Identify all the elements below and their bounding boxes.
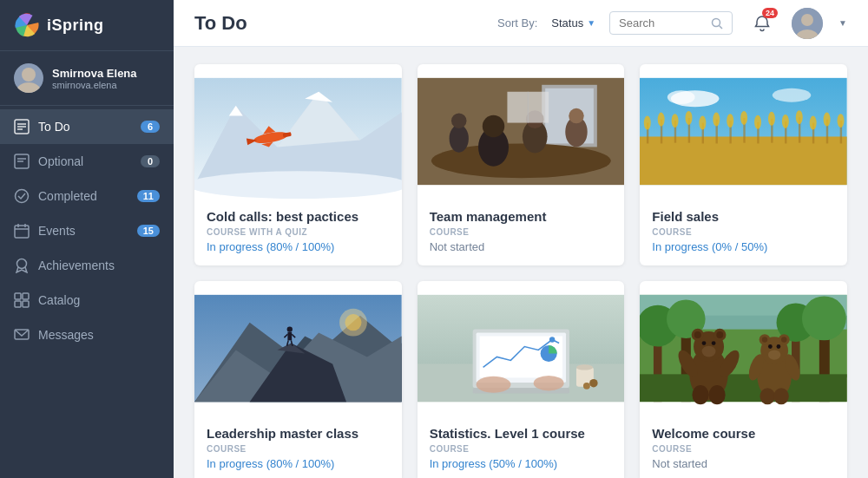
sidebar-item-achievements[interactable]: Achievements xyxy=(0,248,174,283)
card-leadership[interactable]: Leadership master class COURSE In progre… xyxy=(194,281,402,478)
catalog-icon xyxy=(14,292,30,308)
svg-point-47 xyxy=(451,113,467,128)
svg-point-143 xyxy=(781,337,786,342)
svg-point-132 xyxy=(702,341,707,345)
svg-point-20 xyxy=(713,18,720,26)
svg-point-78 xyxy=(754,115,761,129)
user-avatar-button[interactable] xyxy=(792,8,823,39)
notification-badge: 24 xyxy=(762,8,778,18)
svg-point-131 xyxy=(702,346,716,357)
avatar-chevron-icon[interactable]: ▼ xyxy=(838,18,847,28)
card-image-field xyxy=(640,64,847,199)
card-type: COURSE xyxy=(652,227,835,237)
sort-value-text: Status xyxy=(551,16,583,29)
svg-point-111 xyxy=(589,379,598,388)
card-body-stats: Statistics. Level 1 course COURSE In pro… xyxy=(418,416,625,478)
sidebar-item-todo[interactable]: To Do 6 xyxy=(0,109,174,144)
card-statistics[interactable]: Statistics. Level 1 course COURSE In pro… xyxy=(418,281,625,478)
optional-icon xyxy=(14,154,30,169)
svg-rect-16 xyxy=(23,293,29,299)
svg-point-129 xyxy=(694,331,701,338)
card-team-management[interactable]: Team management COURSE Not started xyxy=(418,64,625,265)
card-body-welcome: Welcome course COURSE Not started xyxy=(640,416,847,478)
card-title: Leadership master class xyxy=(207,426,390,441)
svg-rect-15 xyxy=(15,293,21,299)
card-image-leadership xyxy=(194,281,402,416)
svg-point-110 xyxy=(576,364,593,370)
page-title: To Do xyxy=(194,12,483,35)
svg-point-41 xyxy=(482,115,503,137)
card-cold-calls[interactable]: Cold calls: best pactices COURSE WITH A … xyxy=(194,64,402,265)
events-badge: 15 xyxy=(137,225,160,237)
svg-rect-10 xyxy=(15,226,29,238)
user-area: Smirnova Elena smirnova.elena xyxy=(0,51,174,106)
svg-point-150 xyxy=(774,388,790,404)
svg-point-75 xyxy=(713,113,720,127)
sort-label: Sort By: xyxy=(497,16,537,29)
svg-point-0 xyxy=(22,68,36,82)
card-welcome[interactable]: Welcome course COURSE Not started xyxy=(640,281,847,478)
sidebar-item-messages[interactable]: Messages xyxy=(0,318,174,352)
svg-point-112 xyxy=(583,383,590,390)
card-status: In progress (0% / 50%) xyxy=(652,240,835,253)
svg-point-84 xyxy=(838,114,845,128)
svg-point-83 xyxy=(824,113,831,127)
search-input[interactable] xyxy=(619,16,706,29)
todo-badge: 6 xyxy=(141,121,160,133)
svg-point-108 xyxy=(533,376,563,391)
svg-point-130 xyxy=(717,331,724,338)
card-type: COURSE xyxy=(430,444,613,454)
card-status: Not started xyxy=(430,240,613,253)
svg-point-46 xyxy=(449,125,468,153)
card-status: Not started xyxy=(652,457,835,470)
sidebar-item-catalog[interactable]: Catalog xyxy=(0,283,174,318)
events-icon xyxy=(14,223,30,239)
sidebar-item-optional[interactable]: Optional 0 xyxy=(0,144,174,179)
nav-menu: To Do 6 Optional 0 Completed 11 xyxy=(0,106,174,478)
svg-point-149 xyxy=(760,388,776,404)
sidebar-avatar xyxy=(14,63,43,93)
svg-point-144 xyxy=(768,350,780,359)
svg-point-79 xyxy=(768,112,775,126)
card-field-sales[interactable]: Field sales COURSE In progress (0% / 50%… xyxy=(640,64,847,265)
svg-point-98 xyxy=(345,314,361,331)
svg-point-77 xyxy=(740,111,747,125)
svg-rect-92 xyxy=(287,332,292,341)
card-title: Field sales xyxy=(652,209,835,224)
todo-label: To Do xyxy=(38,120,132,134)
card-title: Welcome course xyxy=(652,426,835,441)
svg-point-45 xyxy=(569,108,584,124)
user-info: Smirnova Elena smirnova.elena xyxy=(52,67,137,90)
search-box xyxy=(609,11,733,35)
events-label: Events xyxy=(38,224,128,238)
sidebar-item-completed[interactable]: Completed 11 xyxy=(0,179,174,213)
svg-line-21 xyxy=(720,25,723,29)
card-image-team xyxy=(418,64,625,199)
catalog-label: Catalog xyxy=(38,293,160,307)
card-body-cold-calls: Cold calls: best pactices COURSE WITH A … xyxy=(194,199,402,265)
sort-dropdown[interactable]: Status ▼ xyxy=(551,16,595,29)
svg-point-80 xyxy=(782,115,789,128)
notification-button[interactable]: 24 xyxy=(746,8,778,39)
svg-point-23 xyxy=(801,14,813,26)
user-avatar-img xyxy=(792,8,823,39)
logo-icon xyxy=(14,12,40,38)
card-image-stats xyxy=(418,281,625,416)
optional-label: Optional xyxy=(38,154,132,168)
svg-point-107 xyxy=(476,377,510,393)
sidebar-item-events[interactable]: Events 15 xyxy=(0,213,174,248)
svg-point-9 xyxy=(16,190,29,203)
search-icon xyxy=(711,17,723,29)
card-title: Statistics. Level 1 course xyxy=(430,426,613,441)
completed-icon xyxy=(14,188,30,204)
svg-point-136 xyxy=(693,385,709,404)
card-body-team: Team management COURSE Not started xyxy=(418,199,625,265)
svg-point-142 xyxy=(762,337,767,342)
completed-label: Completed xyxy=(38,189,128,203)
svg-point-74 xyxy=(700,116,707,130)
topbar: To Do Sort By: Status ▼ 24 xyxy=(174,0,868,47)
card-image-bears xyxy=(640,281,847,416)
card-title: Team management xyxy=(430,209,613,224)
card-status: In progress (80% / 100%) xyxy=(207,240,390,253)
svg-point-53 xyxy=(773,88,812,102)
